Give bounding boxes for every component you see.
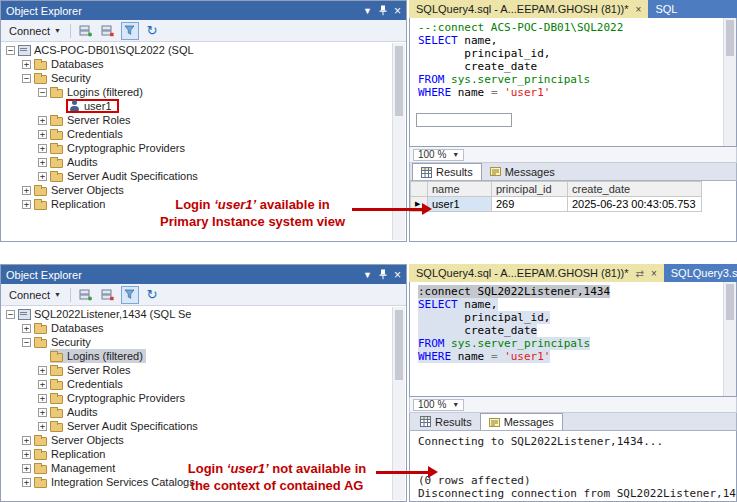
expander-icon[interactable]: + bbox=[38, 130, 47, 139]
expander-icon[interactable]: − bbox=[22, 338, 31, 347]
row-selector-header[interactable] bbox=[411, 182, 428, 197]
expander-icon[interactable]: + bbox=[22, 464, 31, 473]
object-explorer-title: Object Explorer bbox=[6, 269, 356, 281]
column-header-name[interactable]: name bbox=[428, 182, 492, 197]
column-header-principal-id[interactable]: principal_id bbox=[492, 182, 568, 197]
keep-tab-open-icon[interactable]: ⇄ bbox=[636, 268, 644, 279]
tree-item-server-roles[interactable]: +Server Roles bbox=[2, 363, 392, 377]
tree-item-databases[interactable]: +Databases bbox=[2, 57, 392, 71]
tab-sqlquery4[interactable]: SQLQuery4.sql - A...EEPAM.GHOSH (81))* ⇄… bbox=[409, 264, 664, 282]
expander-icon[interactable]: + bbox=[38, 116, 47, 125]
tab-results[interactable]: Results bbox=[412, 163, 482, 180]
scrollbar-thumb[interactable] bbox=[395, 310, 403, 380]
column-header-create-date[interactable]: create_date bbox=[568, 182, 702, 197]
expander-icon[interactable]: − bbox=[22, 74, 31, 83]
tab-messages[interactable]: Messages bbox=[482, 163, 563, 180]
expander-icon[interactable]: + bbox=[22, 186, 31, 195]
tree-item-credentials[interactable]: +Credentials bbox=[2, 377, 392, 391]
connect-server-button[interactable] bbox=[77, 286, 95, 304]
tab-sqlquery3[interactable]: SQLQuery3.sql - ... bbox=[664, 264, 737, 282]
code-line: WHERE name = 'user1' bbox=[418, 350, 722, 363]
cell-name[interactable]: user1 bbox=[428, 197, 492, 212]
tree-item-sql2022listener-1434-sql-se[interactable]: −SQL2022Listener,1434 (SQL Se bbox=[2, 307, 392, 321]
tree-item-cryptographic-providers[interactable]: +Cryptographic Providers bbox=[2, 141, 392, 155]
tree-item-audits[interactable]: +Audits bbox=[2, 155, 392, 169]
close-icon[interactable]: × bbox=[636, 4, 642, 15]
disconnect-server-button[interactable] bbox=[99, 22, 117, 40]
scrollbar-thumb[interactable] bbox=[726, 20, 734, 56]
expander-icon[interactable]: − bbox=[6, 310, 15, 319]
tab-sqlquery4[interactable]: SQLQuery4.sql - A...EEPAM.GHOSH (81))* × bbox=[409, 0, 648, 18]
tree-item-body: Server Roles bbox=[50, 363, 134, 377]
window-position-icon[interactable]: ▼ bbox=[363, 6, 372, 16]
expander-icon[interactable]: + bbox=[38, 366, 47, 375]
tree-item-cryptographic-providers[interactable]: +Cryptographic Providers bbox=[2, 391, 392, 405]
tab-messages[interactable]: Messages bbox=[480, 413, 563, 430]
tree-item-databases[interactable]: +Databases bbox=[2, 321, 392, 335]
expander-icon[interactable]: + bbox=[38, 158, 47, 167]
folder-icon bbox=[50, 353, 63, 362]
expander-icon[interactable]: + bbox=[22, 478, 31, 487]
zoom-selector[interactable]: 100 % ▼ bbox=[413, 399, 464, 411]
tree-item-logins-filtered[interactable]: −Logins (filtered) bbox=[2, 85, 392, 99]
expander-icon[interactable]: − bbox=[38, 88, 47, 97]
tab-label: SQLQuery4.sql - A...EEPAM.GHOSH (81))* bbox=[416, 267, 629, 279]
sql-editor[interactable]: :connect SQL2022Listener,1434SELECT name… bbox=[409, 282, 737, 397]
connect-dropdown[interactable]: Connect▼ bbox=[6, 288, 64, 302]
expander-icon[interactable]: + bbox=[38, 422, 47, 431]
expander-icon[interactable]: + bbox=[22, 450, 31, 459]
pin-icon[interactable] bbox=[379, 269, 387, 280]
editor-scrollbar[interactable] bbox=[723, 18, 736, 146]
tree-item-audits[interactable]: +Audits bbox=[2, 405, 392, 419]
refresh-button[interactable]: ↻ bbox=[143, 286, 161, 304]
tree-item-server-audit-specifications[interactable]: +Server Audit Specifications bbox=[2, 419, 392, 433]
connect-server-button[interactable] bbox=[77, 22, 95, 40]
expander-icon[interactable]: + bbox=[38, 408, 47, 417]
close-icon[interactable]: × bbox=[651, 268, 657, 279]
cell-principal-id[interactable]: 269 bbox=[492, 197, 568, 212]
zoom-selector[interactable]: 100 % ▼ bbox=[413, 149, 464, 161]
tree-item-acs-poc-db01-sql2022-sql[interactable]: −ACS-POC-DB01\SQL2022 (SQL bbox=[2, 43, 392, 57]
zoom-value: 100 % bbox=[418, 399, 446, 410]
sql-editor[interactable]: --:connect ACS-POC-DB01\SQL2022SELECT na… bbox=[409, 18, 737, 147]
disconnect-server-button[interactable] bbox=[99, 286, 117, 304]
tree-item-replication[interactable]: +Replication bbox=[2, 447, 392, 461]
tree-item-server-audit-specifications[interactable]: +Server Audit Specifications bbox=[2, 169, 392, 183]
scrollbar-thumb[interactable] bbox=[726, 284, 734, 320]
grid-data-row: ▶ user1 269 2025-06-23 00:43:05.753 bbox=[411, 197, 702, 212]
expander-icon[interactable]: + bbox=[22, 60, 31, 69]
tree-item-user1[interactable]: +user1 bbox=[2, 99, 392, 113]
tree-item-logins-filtered[interactable]: +Logins (filtered) bbox=[2, 349, 392, 363]
expander-icon[interactable]: + bbox=[38, 144, 47, 153]
tree-item-server-objects[interactable]: +Server Objects bbox=[2, 433, 392, 447]
expander-icon[interactable]: + bbox=[38, 380, 47, 389]
close-icon[interactable]: × bbox=[394, 270, 401, 280]
expander-icon[interactable]: + bbox=[22, 436, 31, 445]
cell-create-date[interactable]: 2025-06-23 00:43:05.753 bbox=[568, 197, 702, 212]
connect-dropdown[interactable]: Connect▼ bbox=[6, 24, 64, 38]
window-position-icon[interactable]: ▼ bbox=[363, 270, 372, 280]
expander-icon[interactable]: + bbox=[22, 200, 31, 209]
expander-icon[interactable]: + bbox=[38, 172, 47, 181]
filter-button[interactable] bbox=[121, 286, 139, 304]
tree-item-label: Server Roles bbox=[67, 114, 131, 126]
expander-icon[interactable]: − bbox=[6, 46, 15, 55]
pin-icon[interactable] bbox=[379, 5, 387, 16]
tab-results[interactable]: Results bbox=[412, 413, 480, 430]
object-explorer-toolbar: Connect▼ ↻ bbox=[1, 20, 406, 42]
scrollbar-thumb[interactable] bbox=[395, 46, 403, 116]
editor-scrollbar[interactable] bbox=[723, 282, 736, 396]
code-line: principal_id, bbox=[418, 311, 722, 324]
close-icon[interactable]: × bbox=[394, 6, 401, 16]
tree-item-credentials[interactable]: +Credentials bbox=[2, 127, 392, 141]
tree-item-security[interactable]: −Security bbox=[2, 71, 392, 85]
tab-sqlquery-next[interactable]: SQL bbox=[648, 0, 737, 18]
expander-icon[interactable]: + bbox=[38, 394, 47, 403]
refresh-button[interactable]: ↻ bbox=[143, 22, 161, 40]
tree-item-server-objects[interactable]: +Server Objects bbox=[2, 183, 392, 197]
tree-item-label: Credentials bbox=[67, 378, 123, 390]
tree-item-server-roles[interactable]: +Server Roles bbox=[2, 113, 392, 127]
tree-item-security[interactable]: −Security bbox=[2, 335, 392, 349]
filter-button[interactable] bbox=[121, 22, 139, 40]
expander-icon[interactable]: + bbox=[22, 324, 31, 333]
